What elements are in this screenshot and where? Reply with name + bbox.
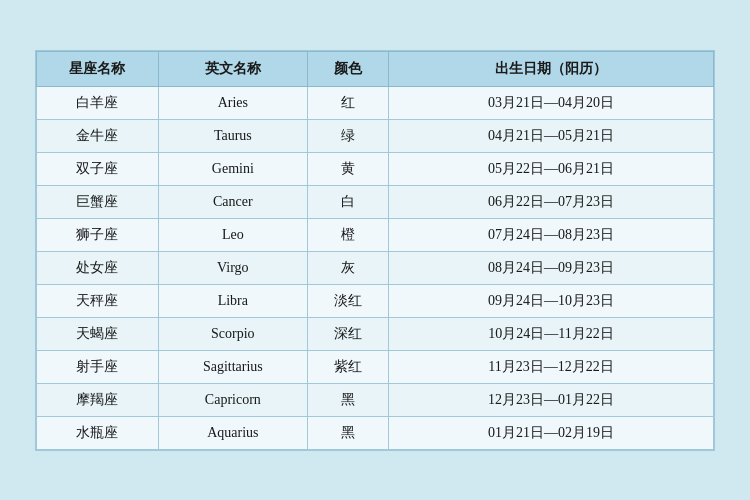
- cell-chinese: 双子座: [37, 152, 159, 185]
- header-chinese: 星座名称: [37, 51, 159, 86]
- cell-english: Capricorn: [158, 383, 307, 416]
- table-row: 水瓶座Aquarius黑01月21日—02月19日: [37, 416, 714, 449]
- table-row: 巨蟹座Cancer白06月22日—07月23日: [37, 185, 714, 218]
- table-row: 天蝎座Scorpio深红10月24日—11月22日: [37, 317, 714, 350]
- table-row: 金牛座Taurus绿04月21日—05月21日: [37, 119, 714, 152]
- cell-chinese: 射手座: [37, 350, 159, 383]
- cell-color: 黑: [307, 416, 388, 449]
- table-row: 双子座Gemini黄05月22日—06月21日: [37, 152, 714, 185]
- cell-color: 深红: [307, 317, 388, 350]
- cell-english: Leo: [158, 218, 307, 251]
- cell-color: 红: [307, 86, 388, 119]
- cell-date: 01月21日—02月19日: [389, 416, 714, 449]
- table-body: 白羊座Aries红03月21日—04月20日金牛座Taurus绿04月21日—0…: [37, 86, 714, 449]
- cell-english: Cancer: [158, 185, 307, 218]
- cell-color: 灰: [307, 251, 388, 284]
- cell-english: Libra: [158, 284, 307, 317]
- cell-date: 11月23日—12月22日: [389, 350, 714, 383]
- cell-chinese: 摩羯座: [37, 383, 159, 416]
- cell-color: 白: [307, 185, 388, 218]
- cell-color: 橙: [307, 218, 388, 251]
- cell-date: 06月22日—07月23日: [389, 185, 714, 218]
- cell-date: 12月23日—01月22日: [389, 383, 714, 416]
- cell-chinese: 天蝎座: [37, 317, 159, 350]
- cell-chinese: 巨蟹座: [37, 185, 159, 218]
- cell-date: 10月24日—11月22日: [389, 317, 714, 350]
- zodiac-table-container: 星座名称 英文名称 颜色 出生日期（阳历） 白羊座Aries红03月21日—04…: [35, 50, 715, 451]
- header-color: 颜色: [307, 51, 388, 86]
- table-row: 白羊座Aries红03月21日—04月20日: [37, 86, 714, 119]
- header-english: 英文名称: [158, 51, 307, 86]
- table-row: 狮子座Leo橙07月24日—08月23日: [37, 218, 714, 251]
- cell-color: 紫红: [307, 350, 388, 383]
- cell-color: 黄: [307, 152, 388, 185]
- cell-chinese: 狮子座: [37, 218, 159, 251]
- cell-english: Aries: [158, 86, 307, 119]
- header-date: 出生日期（阳历）: [389, 51, 714, 86]
- cell-english: Gemini: [158, 152, 307, 185]
- cell-chinese: 金牛座: [37, 119, 159, 152]
- table-row: 摩羯座Capricorn黑12月23日—01月22日: [37, 383, 714, 416]
- table-header-row: 星座名称 英文名称 颜色 出生日期（阳历）: [37, 51, 714, 86]
- cell-english: Virgo: [158, 251, 307, 284]
- cell-english: Taurus: [158, 119, 307, 152]
- cell-chinese: 天秤座: [37, 284, 159, 317]
- cell-chinese: 水瓶座: [37, 416, 159, 449]
- cell-chinese: 处女座: [37, 251, 159, 284]
- cell-color: 黑: [307, 383, 388, 416]
- cell-color: 绿: [307, 119, 388, 152]
- table-row: 处女座Virgo灰08月24日—09月23日: [37, 251, 714, 284]
- cell-date: 09月24日—10月23日: [389, 284, 714, 317]
- table-row: 射手座Sagittarius紫红11月23日—12月22日: [37, 350, 714, 383]
- table-row: 天秤座Libra淡红09月24日—10月23日: [37, 284, 714, 317]
- cell-date: 05月22日—06月21日: [389, 152, 714, 185]
- cell-chinese: 白羊座: [37, 86, 159, 119]
- cell-date: 04月21日—05月21日: [389, 119, 714, 152]
- cell-color: 淡红: [307, 284, 388, 317]
- zodiac-table: 星座名称 英文名称 颜色 出生日期（阳历） 白羊座Aries红03月21日—04…: [36, 51, 714, 450]
- cell-english: Aquarius: [158, 416, 307, 449]
- cell-date: 03月21日—04月20日: [389, 86, 714, 119]
- cell-english: Sagittarius: [158, 350, 307, 383]
- cell-english: Scorpio: [158, 317, 307, 350]
- cell-date: 08月24日—09月23日: [389, 251, 714, 284]
- cell-date: 07月24日—08月23日: [389, 218, 714, 251]
